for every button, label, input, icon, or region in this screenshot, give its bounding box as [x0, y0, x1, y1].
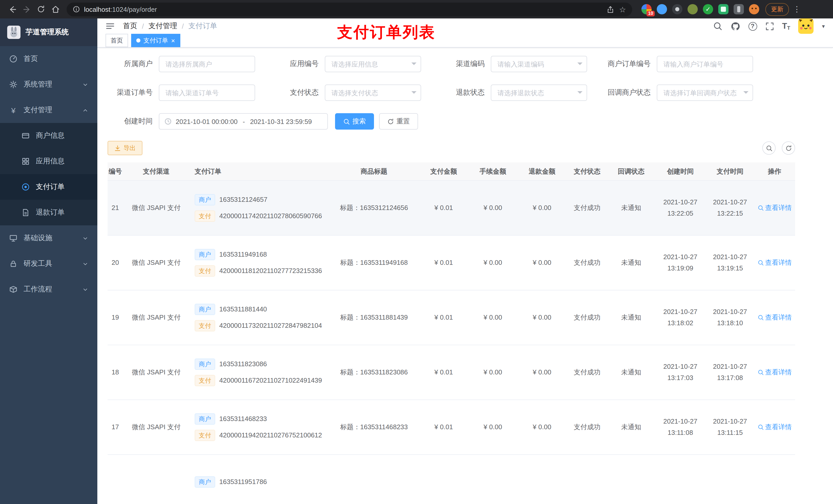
- profile-avatar-icon[interactable]: [749, 4, 759, 14]
- channel-order-no-input[interactable]: [159, 85, 255, 101]
- bookmark-star-icon[interactable]: ☆: [619, 5, 626, 13]
- sidebar-item-system[interactable]: 系统管理: [0, 72, 97, 97]
- cell-title: 标题：1635311823086: [329, 345, 419, 400]
- create-time-range-picker[interactable]: 2021-10-01 00:00:00 - 2021-10-31 23:59:5…: [159, 113, 328, 129]
- pay-status-select[interactable]: [325, 85, 421, 101]
- extension-icon-check[interactable]: ✓: [703, 4, 713, 14]
- sidebar-item-app-info[interactable]: 应用信息: [0, 148, 97, 174]
- sidebar-item-payment[interactable]: ¥ 支付管理: [0, 97, 97, 123]
- table-header: 编号 支付渠道 支付订单 商品标题 支付金额 手续金额 退款金额 支付状态 回调…: [108, 162, 795, 181]
- fullscreen-icon[interactable]: [765, 22, 774, 30]
- merchant-tag: 商户: [195, 194, 215, 206]
- view-detail-link[interactable]: 查看详情: [757, 312, 792, 323]
- home-icon[interactable]: [48, 2, 63, 16]
- cell-create-time: 2021-10-27 13:18:02: [655, 290, 706, 345]
- filter-refund-status: 退款状态: [439, 85, 587, 101]
- browser-update-button[interactable]: 更新: [765, 3, 789, 16]
- range-start: 2021-10-01 00:00:00: [176, 118, 237, 125]
- breadcrumb-home[interactable]: 首页: [123, 22, 137, 31]
- extension-icon-blue[interactable]: [657, 4, 667, 14]
- refund-status-select[interactable]: [491, 85, 587, 101]
- breadcrumb-payment[interactable]: 支付管理: [148, 22, 177, 31]
- sidebar-item-workflow[interactable]: 工作流程: [0, 277, 97, 302]
- github-icon[interactable]: [730, 21, 740, 31]
- cell-action: 查看详情: [754, 345, 795, 400]
- monitor-icon: [9, 234, 18, 242]
- cell-amount: ¥ 0.01: [419, 236, 468, 290]
- table-row: 18 微信 JSAPI 支付 商户1635311823086 支付4200001…: [108, 345, 795, 400]
- sidebar-item-refund-order[interactable]: 退款订单: [0, 200, 97, 225]
- cell-order: 商户1635311949168 支付4200001181202110277723…: [190, 236, 329, 290]
- merchant-select[interactable]: [159, 56, 255, 72]
- user-avatar[interactable]: [799, 19, 814, 34]
- sidebar-collapse-icon[interactable]: [105, 22, 115, 31]
- merchant-tag: 商户: [195, 249, 215, 260]
- cell-channel: 微信 JSAPI 支付: [123, 290, 190, 345]
- tab-pay-order[interactable]: 支付订单 ×: [131, 34, 180, 47]
- cell-action: 查看详情: [754, 236, 795, 290]
- app-no-select[interactable]: [325, 56, 421, 72]
- range-separator: -: [241, 118, 246, 125]
- cell-channel: 微信 JSAPI 支付: [123, 236, 190, 290]
- sidebar-item-merchant-info[interactable]: 商户信息: [0, 123, 97, 148]
- cell-id: 20: [108, 236, 123, 290]
- search-icon[interactable]: [713, 22, 722, 31]
- payment-submenu: 商户信息 应用信息 支付订单 退款订单: [0, 123, 97, 225]
- view-detail-link[interactable]: 查看详情: [757, 257, 792, 268]
- cell-refund: ¥ 0.00: [518, 345, 567, 400]
- extension-icon-colorful[interactable]: 10: [641, 4, 652, 14]
- merchant-order-no-input[interactable]: [657, 56, 753, 72]
- close-icon[interactable]: ×: [171, 37, 175, 44]
- forward-icon[interactable]: [20, 2, 34, 16]
- pay-tag: 支付: [195, 375, 215, 386]
- cell-title: 标题：1635311949168: [329, 236, 419, 290]
- merchant-tag: 商户: [195, 359, 215, 370]
- refresh-table-icon[interactable]: [782, 141, 795, 155]
- extension-icon-dark[interactable]: [672, 4, 682, 14]
- notify-status-select[interactable]: [657, 85, 753, 101]
- filter-row-1: 所属商户 应用编号 渠道编码 商户订单编号: [108, 56, 795, 72]
- sidebar-item-devtools[interactable]: 研发工具: [0, 251, 97, 277]
- tab-home[interactable]: 首页: [105, 34, 128, 47]
- share-icon[interactable]: [606, 5, 614, 13]
- merchant-tag: 商户: [195, 413, 215, 425]
- cell-pay-time: 2021-10-27 13:22:15: [706, 181, 754, 235]
- view-detail-link[interactable]: 查看详情: [757, 367, 792, 378]
- sidebar-item-home[interactable]: 首页: [0, 46, 97, 72]
- app-title: 芋道管理系统: [26, 28, 69, 37]
- breadcrumb-pay-order: 支付订单: [189, 22, 217, 31]
- address-bar[interactable]: localhost:1024/pay/order ☆: [67, 2, 632, 16]
- cell-order: 商户1635312124657 支付4200001174202110278060…: [190, 181, 329, 235]
- sidebar-item-infra[interactable]: 基础设施: [0, 225, 97, 251]
- help-icon[interactable]: ?: [748, 22, 757, 30]
- extension-icon-pin[interactable]: [734, 4, 744, 14]
- cell-status: 支付成功: [567, 400, 608, 454]
- refresh-icon[interactable]: [34, 2, 48, 16]
- search-button[interactable]: 搜索: [335, 113, 374, 129]
- export-button[interactable]: 导出: [108, 141, 142, 155]
- cell-amount: ¥ 0.01: [419, 345, 468, 400]
- site-info-icon[interactable]: [73, 6, 80, 13]
- browser-menu-icon[interactable]: ⋮: [793, 5, 801, 14]
- extension-icon-olive[interactable]: [688, 4, 698, 14]
- cell-pay-time: 2021-10-27 13:17:08: [706, 345, 754, 400]
- font-size-icon[interactable]: TT: [782, 22, 790, 31]
- cell-id: 19: [108, 290, 123, 345]
- channel-code-select[interactable]: [491, 56, 587, 72]
- reset-button[interactable]: 重置: [379, 113, 418, 129]
- sidebar-item-pay-order[interactable]: 支付订单: [0, 174, 97, 200]
- grid-icon: [22, 157, 30, 165]
- view-detail-link[interactable]: 查看详情: [757, 422, 792, 433]
- caret-down-icon[interactable]: ▾: [822, 23, 825, 29]
- cell-refund: ¥ 0.00: [518, 290, 567, 345]
- cell-create-time: 2021-10-27 13:19:09: [655, 236, 706, 290]
- cell-channel: 微信 JSAPI 支付: [123, 400, 190, 454]
- view-detail-link[interactable]: 查看详情: [757, 202, 792, 214]
- cell-title: 标题：1635311468233: [329, 400, 419, 454]
- back-icon[interactable]: [5, 2, 20, 16]
- topbar: 首页 / 支付管理 / 支付订单 支付订单列表 ? TT ▾: [97, 19, 833, 34]
- cell-fee: ¥ 0.00: [468, 400, 518, 454]
- cell-order: 商户1635311951786: [190, 455, 329, 504]
- extension-icon-green-square[interactable]: [718, 4, 729, 14]
- show-search-icon[interactable]: [762, 141, 776, 155]
